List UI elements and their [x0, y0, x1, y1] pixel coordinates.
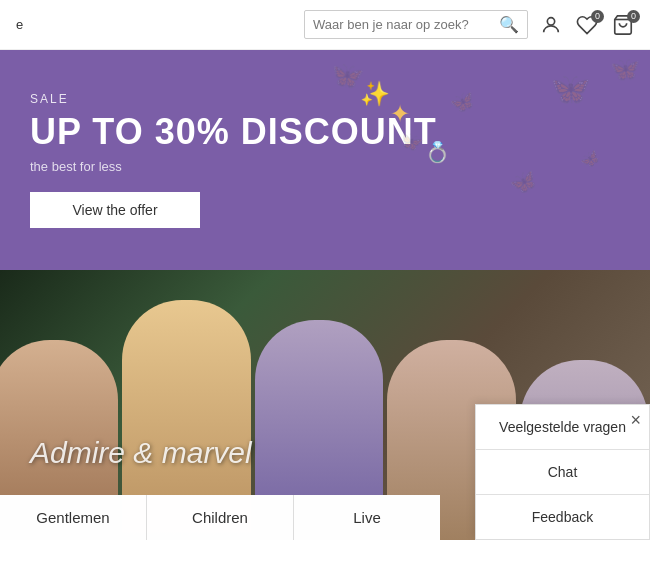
search-input[interactable] [313, 17, 493, 32]
wishlist-icon[interactable]: 0 [576, 14, 598, 36]
nav-tabs: Gentlemen Children Live [0, 495, 440, 540]
search-icon[interactable]: 🔍 [499, 15, 519, 34]
banner-subtitle: the best for less [30, 159, 620, 174]
brand-name: e [16, 17, 23, 32]
view-offer-button[interactable]: View the offer [30, 192, 200, 228]
chat-button[interactable]: Chat [476, 450, 649, 495]
wishlist-badge: 0 [591, 10, 604, 23]
header-icons: 0 0 [540, 14, 634, 36]
fashion-title: Admire & marvel [30, 436, 252, 470]
svg-point-0 [547, 17, 554, 24]
close-icon[interactable]: × [630, 411, 641, 429]
user-icon[interactable] [540, 14, 562, 36]
sale-label: SALE [30, 92, 620, 106]
faq-button[interactable]: Veelgestelde vragen [476, 405, 649, 450]
cart-badge: 0 [627, 10, 640, 23]
tab-children[interactable]: Children [147, 495, 294, 540]
tab-live[interactable]: Live [294, 495, 440, 540]
sale-banner: 🦋 🦋 🦋 🦋 🦋 🦋 🦋 ✨ ✦ 💍 SALE UP TO 30% DISCO… [0, 50, 650, 270]
header: e 🔍 0 0 [0, 0, 650, 50]
feedback-button[interactable]: Feedback [476, 495, 649, 539]
support-popup: × Veelgestelde vragen Chat Feedback [475, 404, 650, 540]
fashion-section: Admire & marvel Gentlemen Children Live … [0, 270, 650, 540]
search-bar[interactable]: 🔍 [304, 10, 528, 39]
tab-gentlemen[interactable]: Gentlemen [0, 495, 147, 540]
banner-title: UP TO 30% DISCOUNT [30, 112, 620, 152]
cart-icon[interactable]: 0 [612, 14, 634, 36]
